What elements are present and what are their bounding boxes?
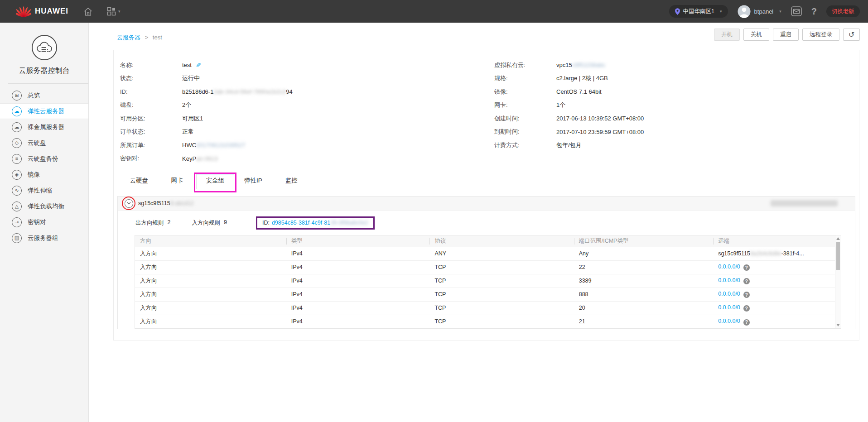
console-switcher-icon[interactable]: ▾: [107, 7, 121, 16]
huawei-logo[interactable]: HUAWEI: [16, 5, 68, 18]
tab-nic[interactable]: 网卡: [158, 173, 196, 189]
sidebar-item-label: 密钥对: [28, 218, 46, 226]
sidebar-item-image[interactable]: ◈ 镜像: [0, 167, 88, 182]
restart-button[interactable]: 重启: [773, 29, 799, 41]
region-selector[interactable]: 中国华南区1 ▾: [669, 5, 728, 18]
breadcrumb-root-link[interactable]: 云服务器: [117, 34, 140, 41]
scroll-up-arrow[interactable]: [836, 237, 840, 240]
topbar-right: 中国华南区1 ▾ btpanel ▾ ? 切换老版: [669, 5, 868, 18]
cell-direction: 入方向: [135, 247, 286, 260]
col-direction: 方向: [135, 235, 286, 247]
collapse-toggle[interactable]: [124, 199, 133, 208]
col-port-range: 端口范围/ICMP类型: [574, 235, 713, 247]
cell-type: IPv4: [286, 288, 430, 301]
cell-type: IPv4: [286, 260, 430, 274]
field-label: 网卡:: [494, 101, 556, 109]
remote-login-button[interactable]: 远程登录: [802, 29, 839, 41]
sidebar-item-keypair[interactable]: ⊸ 密钥对: [0, 214, 88, 230]
breadcrumb-current: test: [153, 34, 162, 41]
sidebar-item-label: 云服务器组: [28, 234, 58, 242]
messages-icon[interactable]: [791, 6, 802, 16]
keypair-value: KeyPair-0613: [182, 155, 218, 162]
inbound-rules-count: 入方向规则 9: [192, 219, 227, 227]
power-on-button[interactable]: 开机: [714, 29, 740, 41]
topbar: HUAWEI ▾ 中国华南区1 ▾: [0, 0, 868, 23]
field-keypair: 密钥对: KeyPair-0613: [120, 152, 494, 166]
annotation-purple-box: ID: d9854c85-381f-4c9f-8129-3f56a8c0e2: [256, 216, 375, 230]
console-cloud-icon: [32, 35, 57, 60]
order-status-value: 正常: [182, 128, 194, 136]
sidebar-item-ecs[interactable]: ☁ 弹性云服务器: [0, 103, 88, 119]
remote-cidr-link[interactable]: 0.0.0.0/0: [718, 291, 740, 297]
remote-cidr-link[interactable]: 0.0.0.0/0: [718, 304, 740, 311]
edit-name-icon[interactable]: ✎: [196, 62, 201, 69]
cell-remote: 0.0.0.0/0?: [713, 260, 835, 274]
main-content: 云服务器 > test 开机 关机 重启 远程登录 ↺ 名称: test ✎ 状…: [89, 23, 868, 422]
field-order: 所属订单: HWC201706131039527: [120, 139, 494, 152]
outbound-label: 出方向规则: [135, 219, 164, 227]
remote-cidr-link[interactable]: 0.0.0.0/0: [718, 264, 740, 270]
cell-type: IPv4: [286, 301, 430, 315]
vpc-link[interactable]: vpc15c9f51158abc: [556, 62, 605, 68]
username: btpanel: [754, 8, 774, 15]
field-created: 创建时间: 2017-06-13 10:39:52 GMT+08:00: [494, 112, 859, 125]
cell-protocol: TCP: [429, 274, 574, 288]
sidebar-item-label: 弹性伸缩: [28, 187, 52, 195]
tab-security-group[interactable]: 安全组: [196, 173, 234, 189]
home-icon[interactable]: [83, 6, 93, 17]
created-time-value: 2017-06-13 10:39:52 GMT+08:00: [556, 115, 644, 122]
remote-cidr-link[interactable]: 0.0.0.0/0: [718, 277, 740, 283]
sidebar-item-server-group[interactable]: ▤ 云服务器组: [0, 230, 88, 246]
server-action-buttons: 开机 关机 重启 远程登录 ↺: [710, 29, 860, 41]
help-icon[interactable]: ?: [743, 292, 750, 298]
switch-old-version-button[interactable]: 切换老版: [826, 5, 860, 17]
sidebar-item-overview[interactable]: ⊞ 总览: [0, 87, 88, 103]
sidebar: 云服务器控制台 ⊞ 总览 ☁ 弹性云服务器 ☁ 裸金属服务器 ◇ 云硬盘 ≡ 云…: [0, 23, 89, 422]
help-icon[interactable]: ?: [743, 264, 750, 271]
sidebar-item-autoscaling[interactable]: ∿ 弹性伸缩: [0, 182, 88, 198]
tab-eip[interactable]: 弹性IP: [234, 173, 272, 189]
order-link[interactable]: HWC201706131039527: [182, 142, 246, 149]
table-row: 入方向 IPv4 TCP 21 0.0.0.0/0?: [135, 315, 835, 328]
image-link[interactable]: CentOS 7.1 64bit: [556, 88, 602, 95]
sidebar-item-evs[interactable]: ◇ 云硬盘: [0, 135, 88, 151]
help-icon[interactable]: ?: [811, 6, 817, 17]
user-menu[interactable]: btpanel ▾: [738, 5, 781, 18]
help-icon[interactable]: ?: [743, 278, 750, 284]
cell-type: IPv4: [286, 315, 430, 328]
cell-direction: 入方向: [135, 274, 286, 288]
scrollbar-thumb[interactable]: [836, 242, 840, 270]
scaling-icon: ∿: [12, 186, 22, 196]
field-flavor: 规格: c2.large | 2核 | 4GB: [494, 72, 859, 86]
page-header: 云服务器 > test 开机 关机 重启 远程登录 ↺: [89, 23, 868, 50]
table-scrollbar[interactable]: [835, 235, 841, 328]
field-label: 计费方式:: [494, 141, 556, 149]
help-icon[interactable]: ?: [743, 305, 750, 312]
sidebar-item-bms[interactable]: ☁ 裸金属服务器: [0, 119, 88, 135]
scroll-down-arrow[interactable]: [836, 324, 840, 326]
refresh-button[interactable]: ↺: [843, 29, 860, 41]
field-image: 镜像: CentOS 7.1 64bit: [494, 85, 859, 99]
sg-id-link[interactable]: d9854c85-381f-4c9f-8129-3f56a8c0e2: [272, 220, 368, 226]
sg-name-redacted: 8-abcd12: [170, 200, 194, 206]
avatar: [738, 5, 751, 18]
remote-visible-suffix: -381f-4...: [781, 250, 804, 257]
sidebar-item-elb[interactable]: △ 弹性负载均衡: [0, 198, 88, 214]
power-off-button[interactable]: 关机: [743, 29, 769, 41]
chevron-down-icon: ▾: [118, 9, 121, 14]
help-icon[interactable]: ?: [743, 319, 750, 326]
tab-monitoring[interactable]: 监控: [272, 173, 310, 189]
details-left-column: 名称: test ✎ 状态: 运行中 ID: b25186d6-12ab-34c…: [120, 58, 494, 165]
cell-port: 22: [574, 260, 713, 274]
sidebar-item-backup[interactable]: ≡ 云硬盘备份: [0, 151, 88, 167]
console-title: 云服务器控制台: [0, 66, 88, 76]
field-label: 到期时间:: [494, 128, 556, 136]
remote-cidr-link[interactable]: 0.0.0.0/0: [718, 318, 740, 324]
cell-remote: 0.0.0.0/0?: [713, 288, 835, 301]
cell-protocol: TCP: [429, 315, 574, 328]
tab-disks[interactable]: 云硬盘: [120, 173, 158, 189]
sidebar-item-label: 云硬盘: [28, 139, 46, 147]
field-status: 状态: 运行中: [120, 72, 494, 86]
breadcrumb: 云服务器 > test: [117, 34, 162, 42]
cell-port: 21: [574, 315, 713, 328]
